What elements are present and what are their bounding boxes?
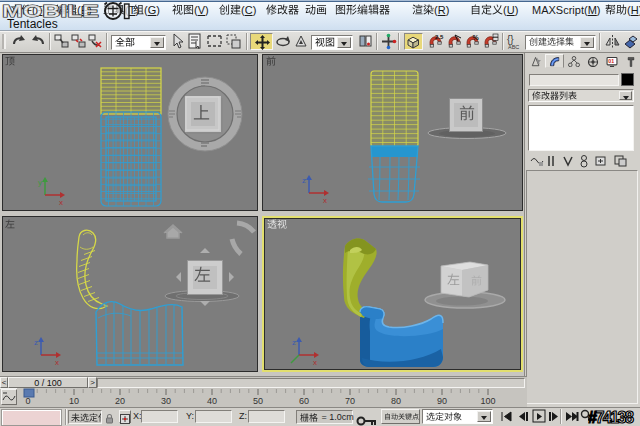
svg-text:50: 50 [253, 396, 263, 406]
svg-text:60: 60 [299, 396, 309, 406]
svg-text:90: 90 [437, 396, 447, 406]
svg-text:30: 30 [161, 396, 171, 406]
svg-text:z: z [34, 338, 38, 347]
svg-text:40: 40 [207, 396, 217, 406]
svg-text:x: x [55, 358, 59, 367]
svg-text:z: z [302, 176, 306, 185]
svg-text:x: x [323, 196, 327, 205]
svg-text:20: 20 [115, 396, 125, 406]
svg-text:2.5: 2.5 [435, 34, 444, 40]
svg-text:y: y [38, 178, 42, 187]
svg-text:x: x [59, 198, 63, 207]
svg-text:80: 80 [391, 396, 401, 406]
svg-text:ABC: ABC [508, 44, 519, 50]
svg-text:70: 70 [345, 396, 355, 406]
svg-text:%: % [473, 34, 480, 41]
svg-text:10: 10 [69, 396, 79, 406]
svg-text:01: 01 [608, 58, 614, 64]
svg-text:#74138: #74138 [588, 409, 634, 426]
svg-text:100: 100 [480, 396, 495, 406]
svg-text:x: x [313, 358, 317, 367]
svg-text:z: z [292, 338, 296, 347]
